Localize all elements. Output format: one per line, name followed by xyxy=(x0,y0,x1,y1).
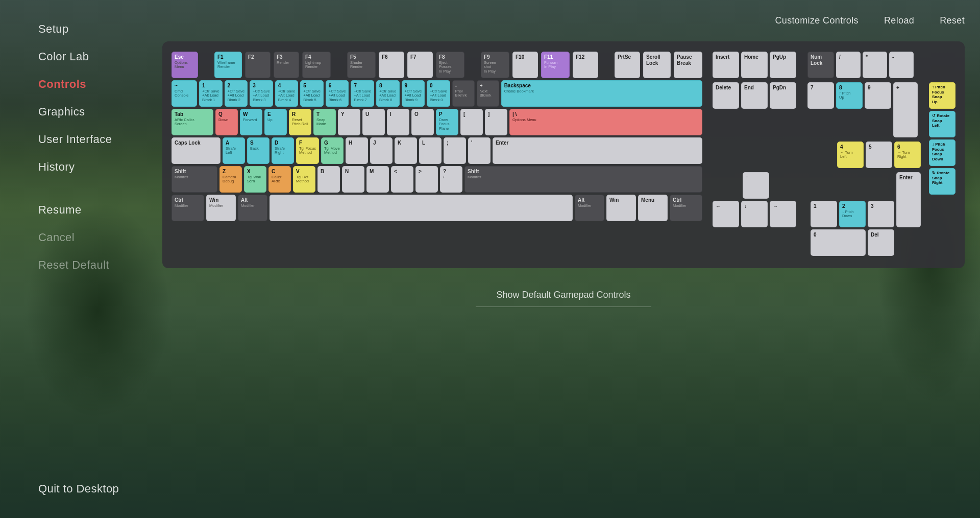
key-e[interactable]: E Up xyxy=(264,109,287,135)
key-arrow-down[interactable]: ↓ xyxy=(741,201,768,227)
key-n[interactable]: N xyxy=(342,166,364,193)
key-p[interactable]: P DrawFocusPlane xyxy=(436,109,458,135)
key-c[interactable]: C Calibr.ARfx xyxy=(268,166,291,193)
key-4[interactable]: 4 +Ctr Save+Alt LoadBlmrk 4 xyxy=(275,80,299,107)
key-menu[interactable]: Menu xyxy=(638,195,668,221)
key-f1[interactable]: F1 WireframeRender xyxy=(214,52,242,78)
key-win-right[interactable]: Win xyxy=(606,195,636,221)
key-semicolon[interactable]: ; xyxy=(444,137,466,164)
key-enter[interactable]: Enter xyxy=(493,137,702,164)
key-f2[interactable]: F2 xyxy=(245,52,271,78)
key-a[interactable]: A StrafeLeft xyxy=(223,137,245,164)
key-prtsc[interactable]: PrtSc xyxy=(615,52,640,78)
key-f[interactable]: F Tgl FocusMethod xyxy=(296,137,319,164)
reload-button[interactable]: Reload xyxy=(884,15,914,26)
key-tab[interactable]: Tab ARfc Calibr.Screen xyxy=(172,109,213,135)
key-alt-right[interactable]: Alt Modifier xyxy=(575,195,604,221)
key-end[interactable]: End xyxy=(741,82,768,109)
key-arrow-right[interactable]: → xyxy=(770,201,796,227)
key-rbracket[interactable]: ] xyxy=(485,109,507,135)
key-num-minus[interactable]: - xyxy=(889,52,914,78)
key-quote[interactable]: ' xyxy=(468,137,491,164)
key-insert[interactable]: Insert xyxy=(713,52,739,78)
key-f9[interactable]: F9 ScreenshotIn Play xyxy=(481,52,509,78)
key-shift-left[interactable]: Shift Modifier xyxy=(172,166,217,193)
sidebar-item-history[interactable]: History xyxy=(38,153,147,181)
key-pitch-focus-down[interactable]: ↓ PitchFocusSnapDown xyxy=(929,139,955,166)
key-0[interactable]: 0 +Ctr Save+Alt LoadBlmrk 0 xyxy=(427,80,450,107)
key-num3[interactable]: 3 xyxy=(868,201,894,227)
key-8[interactable]: 8 +Ctr Save+Alt LoadBlmrk 8 xyxy=(376,80,400,107)
key-scroll-lock[interactable]: ScrollLock xyxy=(643,52,671,78)
key-arrow-left[interactable]: ← xyxy=(713,201,739,227)
key-slash[interactable]: ? / xyxy=(440,166,462,193)
key-s[interactable]: S Back xyxy=(247,137,270,164)
key-num-slash[interactable]: / xyxy=(836,52,861,78)
key-f6[interactable]: F6 xyxy=(379,52,404,78)
sidebar-item-reset-default[interactable]: Reset Default xyxy=(38,251,147,279)
key-equals[interactable]: + NextBlkmrk xyxy=(477,80,499,107)
key-f7[interactable]: F7 xyxy=(407,52,433,78)
sidebar-item-controls[interactable]: Controls xyxy=(38,70,147,98)
key-esc[interactable]: Esc OptionsMenu xyxy=(172,52,198,78)
key-num5[interactable]: 5 xyxy=(866,142,892,168)
key-num2[interactable]: 2 ↓ PitchDown xyxy=(839,201,866,227)
key-numlock[interactable]: NumLock xyxy=(807,52,834,78)
key-r[interactable]: R ResetPitch Roll xyxy=(289,109,311,135)
key-num-star[interactable]: * xyxy=(863,52,887,78)
key-lbracket[interactable]: [ xyxy=(460,109,483,135)
key-num-enter[interactable]: Enter xyxy=(896,172,921,227)
key-num1[interactable]: 1 xyxy=(811,201,837,227)
key-rotate-snap-left[interactable]: ↺ RotateSnapLeft xyxy=(929,111,955,137)
key-space[interactable] xyxy=(270,195,573,221)
key-6[interactable]: 6 +Ctr Save+Alt LoadBlmrk 6 xyxy=(326,80,349,107)
key-num4[interactable]: 4 ← TurnLeft xyxy=(837,142,864,168)
key-pause[interactable]: PauseBreak xyxy=(674,52,702,78)
key-period[interactable]: > xyxy=(415,166,438,193)
sidebar-item-cancel[interactable]: Cancel xyxy=(38,224,147,251)
key-o[interactable]: O xyxy=(411,109,434,135)
sidebar-item-quit[interactable]: Quit to Desktop xyxy=(38,475,147,503)
key-rotate-snap-right[interactable]: ↻ RotateSnapRight xyxy=(929,168,955,195)
sidebar-item-color-lab[interactable]: Color Lab xyxy=(38,43,147,70)
key-tilde[interactable]: ~ CmdConsole xyxy=(172,80,197,107)
key-5[interactable]: 5 +Ctr Save+Alt LoadBlmrk 5 xyxy=(300,80,324,107)
key-d[interactable]: D StrafeRight xyxy=(272,137,294,164)
key-2[interactable]: 2 +Ctr Save+Alt LoadBlmrk 2 xyxy=(225,80,248,107)
key-pitch-focus-up[interactable]: ↑ PitchFocusSnapUp xyxy=(929,82,955,109)
key-f5[interactable]: F5 ShaderRender xyxy=(347,52,376,78)
key-f10[interactable]: F10 xyxy=(512,52,538,78)
sidebar-item-graphics[interactable]: Graphics xyxy=(38,98,147,126)
key-num0[interactable]: 0 xyxy=(811,229,866,256)
key-num9[interactable]: 9 xyxy=(865,82,891,109)
key-num8[interactable]: 8 ↑ PitchUp xyxy=(836,82,863,109)
key-q[interactable]: Q Down xyxy=(215,109,238,135)
key-v[interactable]: V Tgl RotMethod xyxy=(293,166,315,193)
key-y[interactable]: Y xyxy=(338,109,360,135)
key-comma[interactable]: < xyxy=(391,166,413,193)
key-shift-right[interactable]: Shift Modifier xyxy=(464,166,702,193)
key-backslash[interactable]: | \ Options Menu xyxy=(509,109,702,135)
key-num-del[interactable]: Del xyxy=(868,229,894,256)
key-ctrl-left[interactable]: Ctrl Modifier xyxy=(172,195,204,221)
key-num7[interactable]: 7 xyxy=(807,82,834,109)
key-j[interactable]: J xyxy=(370,137,393,164)
key-w[interactable]: W Forward xyxy=(240,109,262,135)
key-home[interactable]: Home xyxy=(741,52,768,78)
key-backspace[interactable]: Backspace Create Bookmark xyxy=(501,80,702,107)
sidebar-item-user-interface[interactable]: User Interface xyxy=(38,126,147,153)
key-f8[interactable]: F8 EjectPossesIn Play xyxy=(436,52,464,78)
key-arrow-up[interactable]: ↑ xyxy=(743,172,769,199)
key-f4[interactable]: F4 LightmapRender xyxy=(302,52,331,78)
key-i[interactable]: I xyxy=(387,109,409,135)
key-pgup[interactable]: PgUp xyxy=(770,52,796,78)
reset-button[interactable]: Reset xyxy=(940,15,965,26)
key-b[interactable]: B xyxy=(317,166,340,193)
key-num6[interactable]: 6 → TurnRight xyxy=(894,142,921,168)
key-1[interactable]: 1 +Ctr Save+Alt LoadBlmrk 1 xyxy=(199,80,223,107)
sidebar-item-resume[interactable]: Resume xyxy=(38,196,147,224)
key-x[interactable]: X Tgl WallScrn xyxy=(244,166,266,193)
key-delete[interactable]: Delete xyxy=(713,82,739,109)
key-g[interactable]: G Tgl MoveMethod xyxy=(321,137,344,164)
key-t[interactable]: T SnapMode xyxy=(313,109,336,135)
